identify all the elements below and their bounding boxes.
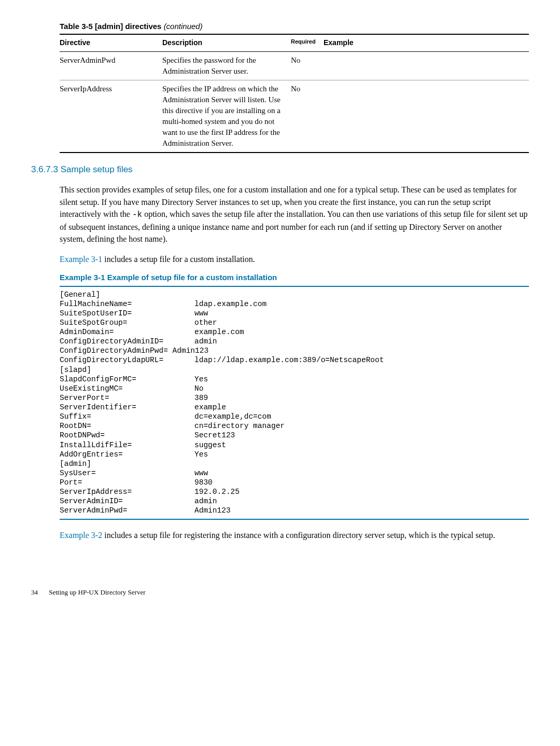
config-key: ConfigDirectoryLdapURL=: [60, 355, 194, 365]
table-title: Table 3-5 [admin] directives (continued): [60, 21, 529, 32]
config-value: Yes: [194, 375, 384, 384]
table-header-row: Directive Description Required Example: [60, 34, 529, 51]
config-value: cn=directory manager: [194, 421, 384, 431]
config-value: www: [194, 309, 384, 318]
config-row: [admin]: [60, 459, 384, 468]
config-row: [General]: [60, 290, 384, 299]
config-value: www: [194, 468, 384, 478]
cell-required: No: [291, 80, 324, 153]
page-number: 34: [31, 588, 38, 597]
config-row: InstallLdifFile=suggest: [60, 440, 384, 450]
para1-mono: -k: [132, 210, 142, 219]
example-3-2-link[interactable]: Example 3-2: [60, 531, 102, 540]
config-row: SlapdConfigForMC=Yes: [60, 375, 384, 384]
config-row: SysUser=www: [60, 468, 384, 478]
footer-chapter: Setting up HP-UX Directory Server: [49, 588, 145, 596]
config-key: AddOrgEntries=: [60, 450, 194, 459]
table-row: ServerAdminPwdSpecifies the password for…: [60, 51, 529, 80]
cell-directive: ServerAdminPwd: [60, 51, 162, 80]
admin-directives-table: Directive Description Required Example S…: [60, 34, 529, 153]
section-heading: 3.6.7.3 Sample setup files: [31, 163, 529, 176]
para2-rest: includes a setup file for a custom insta…: [102, 255, 255, 264]
cell-example: [324, 51, 529, 80]
config-value: example: [194, 403, 384, 412]
config-key: ServerIpAddress=: [60, 487, 194, 496]
config-value: suggest: [194, 440, 384, 450]
config-row: [slapd]: [60, 365, 384, 375]
section-para-1: This section provides examples of setup …: [60, 184, 529, 245]
config-key: SuiteSpotUserID=: [60, 309, 194, 318]
config-key: [admin]: [60, 459, 194, 468]
config-row: AddOrgEntries=Yes: [60, 450, 384, 459]
example-block: [General]FullMachineName=ldap.example.co…: [60, 286, 529, 520]
config-value: [194, 290, 384, 299]
th-required: Required: [291, 34, 324, 51]
config-row: RootDNPwd=Secret123: [60, 431, 384, 440]
cell-directive: ServerIpAddress: [60, 80, 162, 153]
cell-required: No: [291, 51, 324, 80]
config-key: InstallLdifFile=: [60, 440, 194, 450]
config-value: example.com: [194, 327, 384, 337]
config-key: SysUser=: [60, 468, 194, 478]
config-key: ServerIdentifier=: [60, 403, 194, 412]
example-3-1-link[interactable]: Example 3-1: [60, 255, 102, 264]
config-line: ConfigDirectoryAdminPwd= Admin123: [60, 346, 384, 355]
config-value: ldap.example.com: [194, 299, 384, 309]
config-key: UseExistingMC=: [60, 384, 194, 393]
config-key: SlapdConfigForMC=: [60, 375, 194, 384]
config-value: Yes: [194, 450, 384, 459]
after-rest: includes a setup file for registering th…: [102, 531, 495, 540]
config-key: Suffix=: [60, 412, 194, 421]
config-value: ldap://ldap.example.com:389/o=NetscapeRo…: [194, 355, 384, 365]
cell-description: Specifies the IP address on which the Ad…: [162, 80, 291, 153]
config-row: ConfigDirectoryAdminPwd= Admin123: [60, 346, 384, 355]
config-row: ServerIpAddress=192.0.2.25: [60, 487, 384, 496]
cell-description: Specifies the password for the Administr…: [162, 51, 291, 80]
config-row: AdminDomain=example.com: [60, 327, 384, 337]
after-para: Example 3-2 includes a setup file for re…: [60, 529, 529, 541]
config-value: [194, 365, 384, 375]
config-row: SuiteSpotGroup=other: [60, 318, 384, 327]
section-para-2: Example 3-1 includes a setup file for a …: [60, 253, 529, 265]
config-key: ServerAdminPwd=: [60, 506, 194, 515]
config-row: Suffix=dc=example,dc=com: [60, 412, 384, 421]
config-value: admin: [194, 337, 384, 346]
config-key: RootDNPwd=: [60, 431, 194, 440]
config-row: RootDN=cn=directory manager: [60, 421, 384, 431]
th-example: Example: [324, 34, 529, 51]
config-value: other: [194, 318, 384, 327]
config-value: Admin123: [194, 506, 384, 515]
config-value: admin: [194, 496, 384, 506]
config-value: 389: [194, 393, 384, 403]
table-title-prefix: Table 3-5 [admin] directives: [60, 22, 161, 31]
table-title-suffix: (continued): [164, 22, 203, 31]
config-value: dc=example,dc=com: [194, 412, 384, 421]
config-key: ConfigDirectoryAdminID=: [60, 337, 194, 346]
config-key: FullMachineName=: [60, 299, 194, 309]
config-row: FullMachineName=ldap.example.com: [60, 299, 384, 309]
table-row: ServerIpAddressSpecifies the IP address …: [60, 80, 529, 153]
config-row: ServerAdminID=admin: [60, 496, 384, 506]
config-key: ServerAdminID=: [60, 496, 194, 506]
config-value: 192.0.2.25: [194, 487, 384, 496]
config-key: ServerPort=: [60, 393, 194, 403]
example-title: Example 3-1 Example of setup file for a …: [60, 272, 529, 283]
config-row: ServerPort=389: [60, 393, 384, 403]
config-row: UseExistingMC=No: [60, 384, 384, 393]
config-key: [General]: [60, 290, 194, 299]
config-row: ServerIdentifier=example: [60, 403, 384, 412]
config-value: Secret123: [194, 431, 384, 440]
th-description: Description: [162, 34, 291, 51]
config-row: ConfigDirectoryLdapURL=ldap://ldap.examp…: [60, 355, 384, 365]
cell-example: [324, 80, 529, 153]
config-key: Port=: [60, 478, 194, 487]
config-row: ConfigDirectoryAdminID=admin: [60, 337, 384, 346]
config-key: SuiteSpotGroup=: [60, 318, 194, 327]
config-key: RootDN=: [60, 421, 194, 431]
config-value: [194, 459, 384, 468]
config-value: 9830: [194, 478, 384, 487]
config-table: [General]FullMachineName=ldap.example.co…: [60, 290, 384, 516]
config-row: ServerAdminPwd=Admin123: [60, 506, 384, 515]
config-key: [slapd]: [60, 365, 194, 375]
page-footer: 34 Setting up HP-UX Directory Server: [31, 588, 529, 597]
